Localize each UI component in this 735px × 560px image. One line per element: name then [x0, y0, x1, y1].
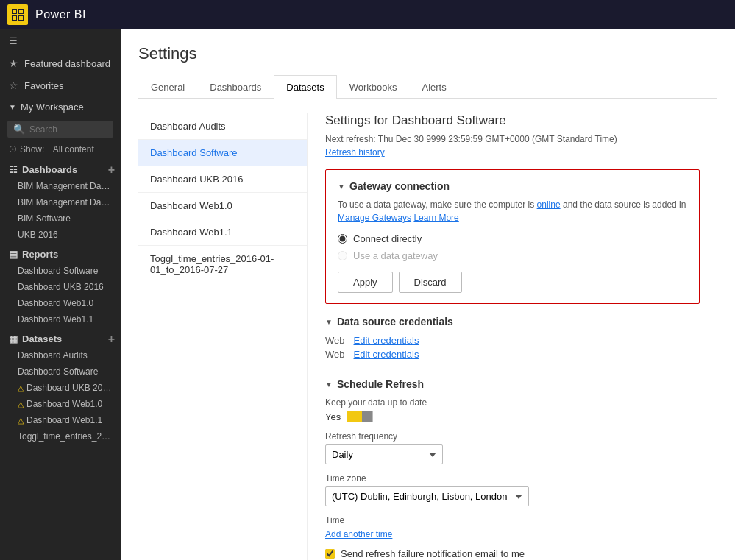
dashboard-icon: ☷	[9, 164, 18, 175]
sidebar: ☰ ★ Featured dashboard ⋯ ☆ Favorites ▼ M…	[0, 29, 121, 560]
tab-general[interactable]: General	[138, 75, 197, 99]
sidebar-item-bim2[interactable]: BIM Management Dashb...	[0, 194, 121, 210]
sidebar-show-content[interactable]: ☉ Show: All content ⋯	[0, 141, 121, 158]
warning-icon: △	[18, 416, 24, 425]
radio-use-gateway-label: Use a data gateway	[353, 250, 438, 261]
gateway-discard-button[interactable]: Discard	[399, 272, 462, 293]
sidebar-report-software[interactable]: Dashboard Software	[0, 263, 121, 279]
warning-icon: △	[18, 383, 24, 392]
frequency-label: Refresh frequency	[325, 431, 700, 442]
desc-start: To use a data gateway, make sure the com…	[338, 199, 537, 210]
add-dataset-button[interactable]: +	[108, 333, 115, 346]
tab-workbooks[interactable]: Workbooks	[337, 75, 410, 99]
datasets-group-label: Datasets	[22, 333, 62, 344]
sidebar-group-datasets[interactable]: ▦ Datasets +	[0, 327, 121, 347]
gateway-apply-button[interactable]: Apply	[338, 272, 393, 293]
search-input[interactable]	[29, 124, 107, 135]
dataset-list-item-toggl[interactable]: Toggl_time_entries_2016-01-01_to_2016-07…	[138, 246, 307, 283]
svg-rect-7	[19, 16, 23, 20]
app-title: Power BI	[35, 8, 86, 21]
main-content: Settings General Dashboards Datasets Wor…	[121, 29, 735, 560]
tab-alerts[interactable]: Alerts	[409, 75, 458, 99]
learn-more-link[interactable]: Learn More	[413, 213, 458, 223]
next-refresh-text: Next refresh: Thu Dec 30 9999 23:59:59 G…	[325, 134, 700, 144]
credential-type-1: Web	[325, 335, 345, 346]
collapse-icon: ▼	[325, 380, 333, 389]
tab-dashboards[interactable]: Dashboards	[197, 75, 274, 99]
sidebar-item-featured-dashboard[interactable]: ★ Featured dashboard ⋯	[0, 52, 121, 74]
sidebar-report-web11[interactable]: Dashboard Web1.1	[0, 311, 121, 327]
dashboards-group-label: Dashboards	[22, 164, 77, 175]
svg-rect-5	[19, 10, 23, 13]
page-title: Settings	[138, 44, 717, 63]
online-link[interactable]: online	[537, 199, 561, 210]
dataset-list: Dashboard Audits Dashboard Software Dash…	[138, 113, 308, 560]
frequency-select[interactable]: Daily Weekly	[325, 444, 443, 464]
manage-gateways-link[interactable]: Manage Gateways	[338, 213, 411, 223]
dataset-list-item-ukb2016[interactable]: Dashboard UKB 2016	[138, 166, 307, 193]
dots-icon: ⋯	[107, 145, 115, 155]
dataset-list-item-web10[interactable]: Dashboard Web1.0	[138, 193, 307, 219]
show-label: Show:	[20, 144, 44, 155]
credentials-row-1: Web Edit credentials	[325, 335, 700, 346]
sidebar-group-dashboards[interactable]: ☷ Dashboards +	[0, 158, 121, 178]
refresh-history-link[interactable]: Refresh history	[325, 147, 700, 157]
logo-box[interactable]	[7, 4, 28, 25]
svg-rect-4	[13, 10, 16, 13]
sidebar-item-favorites[interactable]: ☆ Favorites	[0, 74, 121, 96]
search-icon: 🔍	[13, 124, 25, 135]
settings-for-title: Settings for Dashboard Software	[325, 113, 700, 128]
tab-datasets[interactable]: Datasets	[274, 75, 336, 99]
radio-use-gateway[interactable]: Use a data gateway	[338, 250, 687, 261]
edit-credentials-link-2[interactable]: Edit credentials	[354, 349, 419, 360]
data-source-header-label: Data source credentials	[337, 316, 453, 327]
radio-connect-directly-label: Connect directly	[353, 233, 422, 244]
topbar: Power BI	[0, 0, 735, 29]
sidebar-item-bim-software[interactable]: BIM Software	[0, 210, 121, 227]
radio-use-gateway-input[interactable]	[338, 251, 347, 260]
eye-icon: ☉	[9, 144, 17, 155]
sidebar-dataset-toggl[interactable]: Toggl_time_entries_2016-...✦	[0, 428, 121, 444]
edit-credentials-link-1[interactable]: Edit credentials	[354, 335, 419, 346]
schedule-header[interactable]: ▼ Schedule Refresh	[325, 378, 700, 390]
content-area: Dashboard Audits Dashboard Software Dash…	[138, 113, 717, 560]
gateway-radio-group: Connect directly Use a data gateway	[338, 233, 687, 261]
data-source-header[interactable]: ▼ Data source credentials	[325, 316, 700, 327]
sidebar-dataset-web10[interactable]: △Dashboard Web1.0	[0, 396, 121, 412]
gateway-header[interactable]: ▼ Gateway connection	[338, 180, 687, 192]
collapse-icon: ▼	[325, 318, 333, 326]
menu-icon[interactable]: ☰	[0, 29, 121, 52]
keep-up-toggle[interactable]	[347, 411, 373, 422]
reports-group-label: Reports	[22, 249, 58, 260]
add-another-time-link[interactable]: Add another time	[325, 529, 392, 539]
radio-connect-directly[interactable]: Connect directly	[338, 233, 687, 244]
desc-mid: and the data source is added in	[561, 199, 686, 210]
sidebar-report-ukb2016[interactable]: Dashboard UKB 2016	[0, 279, 121, 295]
sidebar-my-workspace[interactable]: ▼ My Workspace	[0, 96, 121, 118]
favorites-icon: ☆	[9, 79, 18, 91]
featured-dashboard-label: Featured dashboard	[24, 58, 110, 69]
radio-connect-directly-input[interactable]	[338, 234, 347, 244]
dataset-list-item-software[interactable]: Dashboard Software	[138, 140, 307, 166]
credentials-row-2: Web Edit credentials	[325, 349, 700, 360]
sidebar-item-ukb2016[interactable]: UKB 2016	[0, 227, 121, 243]
sidebar-dataset-audits[interactable]: Dashboard Audits	[0, 347, 121, 364]
timezone-label: Time zone	[325, 473, 700, 483]
my-workspace-label: My Workspace	[21, 102, 84, 113]
show-value: All content	[53, 144, 94, 155]
add-dashboard-button[interactable]: +	[108, 163, 115, 177]
dataset-list-item-web11[interactable]: Dashboard Web1.1	[138, 219, 307, 246]
tab-bar: General Dashboards Datasets Workbooks Al…	[138, 75, 717, 99]
schedule-section: ▼ Schedule Refresh Keep your data up to …	[325, 378, 700, 560]
dataset-list-item-audits[interactable]: Dashboard Audits	[138, 113, 307, 140]
sidebar-dataset-ukb2016[interactable]: △Dashboard UKB 2016	[0, 380, 121, 396]
timezone-select[interactable]: (UTC) Dublin, Edinburgh, Lisbon, London	[325, 486, 529, 506]
sidebar-report-web10[interactable]: Dashboard Web1.0	[0, 295, 121, 311]
data-source-section: ▼ Data source credentials Web Edit crede…	[325, 316, 700, 360]
sidebar-item-bim1[interactable]: BIM Management Dashb...	[0, 178, 121, 194]
warning-icon: △	[18, 400, 24, 408]
sidebar-dataset-software[interactable]: Dashboard Software	[0, 364, 121, 380]
sidebar-dataset-web11[interactable]: △Dashboard Web1.1	[0, 412, 121, 428]
notification-checkbox[interactable]	[325, 549, 335, 559]
sidebar-group-reports[interactable]: ▤ Reports	[0, 243, 121, 263]
